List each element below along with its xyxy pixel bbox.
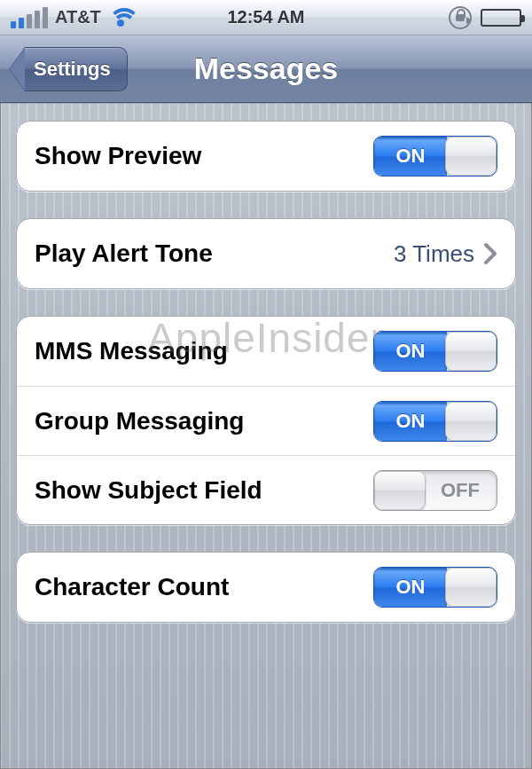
mms-messaging-label: MMS Messaging [35, 337, 228, 365]
show-preview-toggle[interactable]: ON OFF [373, 136, 497, 177]
settings-screen: AT&T 12:54 AM Settings Messages AppleIns… [0, 0, 532, 769]
character-count-label: Character Count [35, 573, 229, 601]
row-show-subject-field: Show Subject Field ON OFF [17, 455, 515, 524]
row-show-preview: Show Preview ON OFF [17, 122, 515, 191]
play-alert-tone-value: 3 Times [394, 240, 474, 268]
group-messaging-toggle[interactable]: ON OFF [373, 401, 497, 442]
back-button-label: Settings [25, 47, 128, 91]
row-play-alert-tone[interactable]: Play Alert Tone 3 Times [17, 219, 515, 288]
group-preview: Show Preview ON OFF [16, 121, 516, 192]
mms-messaging-toggle[interactable]: ON OFF [373, 331, 497, 372]
show-subject-field-toggle[interactable]: ON OFF [373, 470, 497, 511]
page-title: Messages [194, 51, 339, 86]
row-character-count: Character Count ON OFF [17, 553, 515, 622]
group-messaging-label: Group Messaging [35, 407, 244, 436]
status-right-cluster [449, 6, 521, 29]
character-count-toggle[interactable]: ON OFF [373, 567, 497, 608]
group-character-count: Character Count ON OFF [16, 552, 516, 623]
orientation-lock-icon [449, 6, 472, 29]
chevron-right-icon [483, 242, 497, 265]
show-preview-label: Show Preview [35, 142, 201, 170]
group-alert: Play Alert Tone 3 Times [16, 218, 516, 289]
play-alert-tone-label: Play Alert Tone [35, 239, 213, 268]
status-bar: AT&T 12:54 AM [0, 0, 532, 35]
content-area: AppleInsider Show Preview ON OFF Play Al… [0, 103, 532, 667]
chevron-left-icon [9, 47, 25, 91]
battery-icon [481, 9, 521, 27]
row-group-messaging: Group Messaging ON OFF [17, 386, 515, 455]
back-button[interactable]: Settings [9, 47, 128, 91]
group-messaging: MMS Messaging ON OFF Group Messaging ON … [16, 316, 516, 525]
nav-bar: Settings Messages [0, 35, 532, 103]
show-subject-field-label: Show Subject Field [35, 476, 262, 505]
row-mms-messaging: MMS Messaging ON OFF [17, 317, 515, 386]
